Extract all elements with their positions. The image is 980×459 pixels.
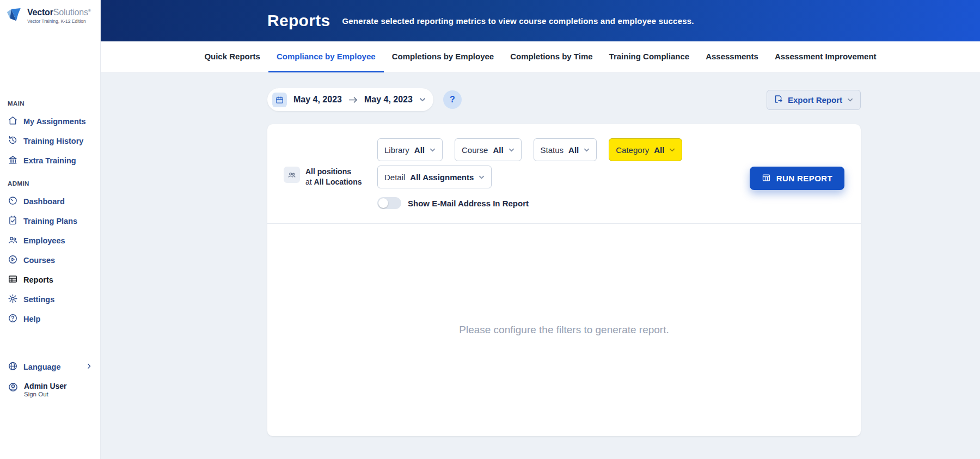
tab-training-compliance[interactable]: Training Compliance xyxy=(601,41,698,72)
page-header: Reports Generate selected reporting metr… xyxy=(101,0,980,41)
sign-out-link[interactable]: Sign Out xyxy=(24,391,67,397)
tab-assessments[interactable]: Assessments xyxy=(697,41,767,72)
chevron-down-icon xyxy=(669,147,675,153)
chevron-down-icon xyxy=(419,96,426,103)
positions-at: at xyxy=(305,178,312,186)
library-value: All xyxy=(414,145,425,155)
bank-icon xyxy=(8,155,18,167)
sidebar-item-training-history[interactable]: Training History xyxy=(0,131,100,151)
tab-quick-reports[interactable]: Quick Reports xyxy=(196,41,268,72)
sidebar-item-label: Training History xyxy=(23,137,83,145)
user-circle-icon xyxy=(8,382,19,395)
filter-row-2: Detail All Assignments xyxy=(377,166,750,188)
export-icon xyxy=(774,95,783,105)
tab-completions-by-time[interactable]: Completions by Time xyxy=(502,41,601,72)
positions-summary: All positions at All Locations xyxy=(284,138,377,209)
course-label: Course xyxy=(462,145,488,155)
registered-mark: ® xyxy=(88,9,91,13)
status-dropdown[interactable]: Status All xyxy=(534,138,597,161)
sidebar-item-label: Training Plans xyxy=(23,217,77,225)
tab-compliance-by-employee[interactable]: Compliance by Employee xyxy=(268,41,384,72)
chevron-down-icon xyxy=(479,174,485,180)
filter-row-1: Library All Course All xyxy=(377,138,750,161)
help-button[interactable]: ? xyxy=(443,90,462,109)
arrow-right-icon xyxy=(348,96,358,103)
gear-icon xyxy=(8,293,18,305)
sidebar-item-reports[interactable]: Reports xyxy=(0,270,100,290)
sidebar-nav: MAIN My Assignments Training History Ext… xyxy=(0,100,100,329)
language-label: Language xyxy=(23,363,60,371)
sidebar-footer: Language Admin User Sign Out xyxy=(0,357,100,402)
people-icon xyxy=(8,235,18,247)
user-menu[interactable]: Admin User Sign Out xyxy=(0,377,100,402)
sidebar-item-dashboard[interactable]: Dashboard xyxy=(0,192,100,211)
question-circle-icon xyxy=(8,313,18,325)
sidebar-item-label: Settings xyxy=(23,295,54,304)
status-value: All xyxy=(568,145,579,155)
library-label: Library xyxy=(384,145,409,155)
table-icon xyxy=(8,274,18,286)
chevron-down-icon xyxy=(430,147,436,153)
main-area: Reports Generate selected reporting metr… xyxy=(101,0,980,459)
positions-value: All positions xyxy=(305,167,362,177)
run-report-label: RUN REPORT xyxy=(776,174,832,183)
export-report-button[interactable]: Export Report xyxy=(767,90,861,110)
sidebar: VectorSolutions® Vector Training, K-12 E… xyxy=(0,0,101,459)
chevron-down-icon xyxy=(509,147,514,153)
people-group-icon xyxy=(284,167,300,183)
brand-subtitle: Vector Training, K-12 Edition xyxy=(27,19,91,24)
course-dropdown[interactable]: Course All xyxy=(455,138,522,161)
sidebar-item-label: Employees xyxy=(23,236,65,245)
sidebar-item-label: Extra Training xyxy=(23,156,76,165)
chevron-down-icon xyxy=(847,97,853,103)
report-tabs: Quick Reports Compliance by Employee Com… xyxy=(101,41,980,73)
chevron-right-icon xyxy=(85,363,93,371)
email-visibility-toggle[interactable] xyxy=(377,197,401,209)
date-range-picker[interactable]: May 4, 2023 May 4, 2023 xyxy=(267,88,433,111)
history-icon xyxy=(8,135,18,147)
sidebar-item-help[interactable]: Help xyxy=(0,309,100,329)
clipboard-check-icon xyxy=(8,215,18,227)
report-toolbar: May 4, 2023 May 4, 2023 ? xyxy=(267,88,861,111)
sidebar-item-settings[interactable]: Settings xyxy=(0,290,100,309)
locations-value: All Locations xyxy=(314,178,362,186)
brand-logo[interactable]: VectorSolutions® Vector Training, K-12 E… xyxy=(0,0,100,41)
category-label: Category xyxy=(616,145,649,155)
date-range-start: May 4, 2023 xyxy=(293,95,342,105)
email-toggle-label: Show E-Mail Address In Report xyxy=(408,199,529,208)
category-dropdown[interactable]: Category All xyxy=(609,138,682,161)
detail-value: All Assignments xyxy=(410,173,474,182)
email-toggle-row: Show E-Mail Address In Report xyxy=(377,197,750,209)
sidebar-item-employees[interactable]: Employees xyxy=(0,231,100,250)
sidebar-item-my-assignments[interactable]: My Assignments xyxy=(0,112,100,131)
chevron-down-icon xyxy=(584,147,590,153)
sidebar-item-training-plans[interactable]: Training Plans xyxy=(0,211,100,231)
export-report-label: Export Report xyxy=(788,95,842,105)
detail-dropdown[interactable]: Detail All Assignments xyxy=(377,166,492,188)
library-dropdown[interactable]: Library All xyxy=(377,138,443,161)
language-selector[interactable]: Language xyxy=(0,357,100,377)
brand-mark-icon xyxy=(7,8,24,25)
status-label: Status xyxy=(541,145,564,155)
page-title: Reports xyxy=(267,11,330,30)
gauge-icon xyxy=(8,195,18,207)
play-circle-icon xyxy=(8,254,18,266)
category-value: All xyxy=(654,145,664,155)
sidebar-item-extra-training[interactable]: Extra Training xyxy=(0,151,100,170)
run-report-button[interactable]: RUN REPORT xyxy=(750,167,844,190)
section-title-main: MAIN xyxy=(0,100,100,112)
empty-state-message: Please configure the filters to generate… xyxy=(267,224,861,436)
tab-completions-by-employee[interactable]: Completions by Employee xyxy=(384,41,503,72)
toggle-knob xyxy=(378,198,388,208)
brand-name: VectorSolutions® xyxy=(27,8,91,17)
sidebar-item-label: Reports xyxy=(23,276,53,284)
sidebar-item-courses[interactable]: Courses xyxy=(0,250,100,270)
home-icon xyxy=(8,115,18,127)
globe-icon xyxy=(8,361,18,373)
detail-label: Detail xyxy=(384,173,405,182)
tab-assessment-improvement[interactable]: Assessment Improvement xyxy=(767,41,885,72)
sidebar-item-label: Courses xyxy=(23,256,55,265)
report-filter-card: All positions at All Locations Library A… xyxy=(267,124,861,436)
sidebar-item-label: Help xyxy=(23,315,40,323)
content-area: May 4, 2023 May 4, 2023 ? xyxy=(101,73,980,459)
